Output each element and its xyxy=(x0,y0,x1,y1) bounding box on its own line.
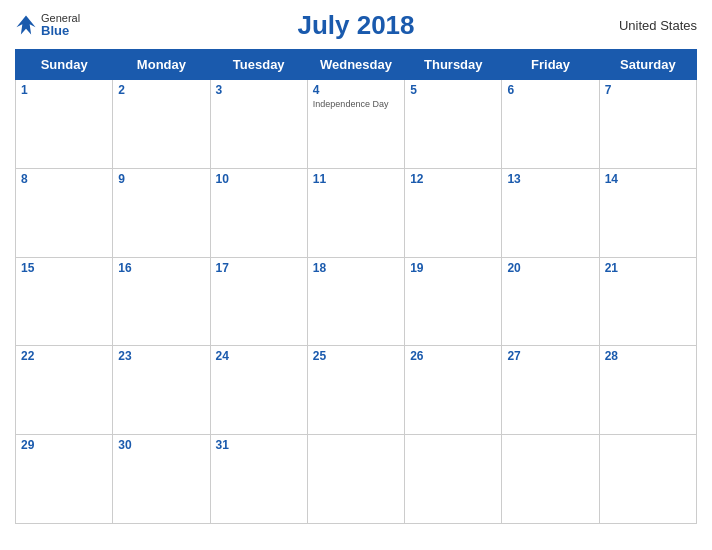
day-cell-4-1: 30 xyxy=(113,435,210,524)
day-number: 14 xyxy=(605,172,691,186)
day-number: 19 xyxy=(410,261,496,275)
day-number: 6 xyxy=(507,83,593,97)
day-cell-0-3: 4Independence Day xyxy=(307,80,404,169)
header-saturday: Saturday xyxy=(599,50,696,80)
day-cell-3-3: 25 xyxy=(307,346,404,435)
day-number: 20 xyxy=(507,261,593,275)
day-number: 27 xyxy=(507,349,593,363)
day-number: 22 xyxy=(21,349,107,363)
day-cell-2-0: 15 xyxy=(16,257,113,346)
day-number: 3 xyxy=(216,83,302,97)
day-number: 7 xyxy=(605,83,691,97)
day-number: 5 xyxy=(410,83,496,97)
day-number: 16 xyxy=(118,261,204,275)
calendar-body: 1234Independence Day56789101112131415161… xyxy=(16,80,697,524)
day-cell-4-2: 31 xyxy=(210,435,307,524)
day-number: 28 xyxy=(605,349,691,363)
day-cell-2-4: 19 xyxy=(405,257,502,346)
day-cell-1-0: 8 xyxy=(16,168,113,257)
country-label: United States xyxy=(619,18,697,33)
week-row-2: 891011121314 xyxy=(16,168,697,257)
day-cell-0-5: 6 xyxy=(502,80,599,169)
header-wednesday: Wednesday xyxy=(307,50,404,80)
day-number: 4 xyxy=(313,83,399,97)
day-number: 23 xyxy=(118,349,204,363)
header-friday: Friday xyxy=(502,50,599,80)
day-cell-1-5: 13 xyxy=(502,168,599,257)
week-row-1: 1234Independence Day567 xyxy=(16,80,697,169)
day-cell-4-4 xyxy=(405,435,502,524)
header-sunday: Sunday xyxy=(16,50,113,80)
day-cell-3-0: 22 xyxy=(16,346,113,435)
day-cell-0-6: 7 xyxy=(599,80,696,169)
day-cell-1-2: 10 xyxy=(210,168,307,257)
calendar-header: General Blue July 2018 United States xyxy=(15,10,697,41)
day-number: 18 xyxy=(313,261,399,275)
day-cell-4-3 xyxy=(307,435,404,524)
day-cell-3-1: 23 xyxy=(113,346,210,435)
day-number: 10 xyxy=(216,172,302,186)
day-number: 29 xyxy=(21,438,107,452)
day-number: 9 xyxy=(118,172,204,186)
day-number: 24 xyxy=(216,349,302,363)
day-cell-4-5 xyxy=(502,435,599,524)
day-cell-1-3: 11 xyxy=(307,168,404,257)
day-cell-3-5: 27 xyxy=(502,346,599,435)
logo: General Blue xyxy=(15,12,80,38)
day-cell-4-6 xyxy=(599,435,696,524)
day-cell-1-4: 12 xyxy=(405,168,502,257)
header-thursday: Thursday xyxy=(405,50,502,80)
calendar-title: July 2018 xyxy=(297,10,414,41)
day-number: 26 xyxy=(410,349,496,363)
day-cell-1-6: 14 xyxy=(599,168,696,257)
day-number: 1 xyxy=(21,83,107,97)
day-number: 2 xyxy=(118,83,204,97)
week-row-4: 22232425262728 xyxy=(16,346,697,435)
day-cell-2-6: 21 xyxy=(599,257,696,346)
day-number: 31 xyxy=(216,438,302,452)
day-cell-3-6: 28 xyxy=(599,346,696,435)
day-cell-3-2: 24 xyxy=(210,346,307,435)
logo-bird-icon xyxy=(15,14,37,36)
day-number: 17 xyxy=(216,261,302,275)
day-cell-4-0: 29 xyxy=(16,435,113,524)
week-row-5: 293031 xyxy=(16,435,697,524)
logo-blue: Blue xyxy=(41,24,80,38)
day-cell-0-4: 5 xyxy=(405,80,502,169)
calendar-container: General Blue July 2018 United States Sun… xyxy=(0,0,712,550)
day-cell-3-4: 26 xyxy=(405,346,502,435)
day-cell-2-2: 17 xyxy=(210,257,307,346)
event-label: Independence Day xyxy=(313,99,399,109)
day-number: 8 xyxy=(21,172,107,186)
header-monday: Monday xyxy=(113,50,210,80)
week-row-3: 15161718192021 xyxy=(16,257,697,346)
day-number: 15 xyxy=(21,261,107,275)
svg-marker-0 xyxy=(16,16,35,35)
day-number: 30 xyxy=(118,438,204,452)
day-cell-0-1: 2 xyxy=(113,80,210,169)
day-number: 13 xyxy=(507,172,593,186)
day-cell-2-5: 20 xyxy=(502,257,599,346)
day-number: 25 xyxy=(313,349,399,363)
header-tuesday: Tuesday xyxy=(210,50,307,80)
calendar-table: Sunday Monday Tuesday Wednesday Thursday… xyxy=(15,49,697,524)
day-cell-2-1: 16 xyxy=(113,257,210,346)
logo-text: General Blue xyxy=(41,12,80,38)
day-number: 12 xyxy=(410,172,496,186)
day-cell-0-0: 1 xyxy=(16,80,113,169)
day-number: 11 xyxy=(313,172,399,186)
day-cell-1-1: 9 xyxy=(113,168,210,257)
day-number: 21 xyxy=(605,261,691,275)
day-cell-2-3: 18 xyxy=(307,257,404,346)
weekday-header-row: Sunday Monday Tuesday Wednesday Thursday… xyxy=(16,50,697,80)
day-cell-0-2: 3 xyxy=(210,80,307,169)
